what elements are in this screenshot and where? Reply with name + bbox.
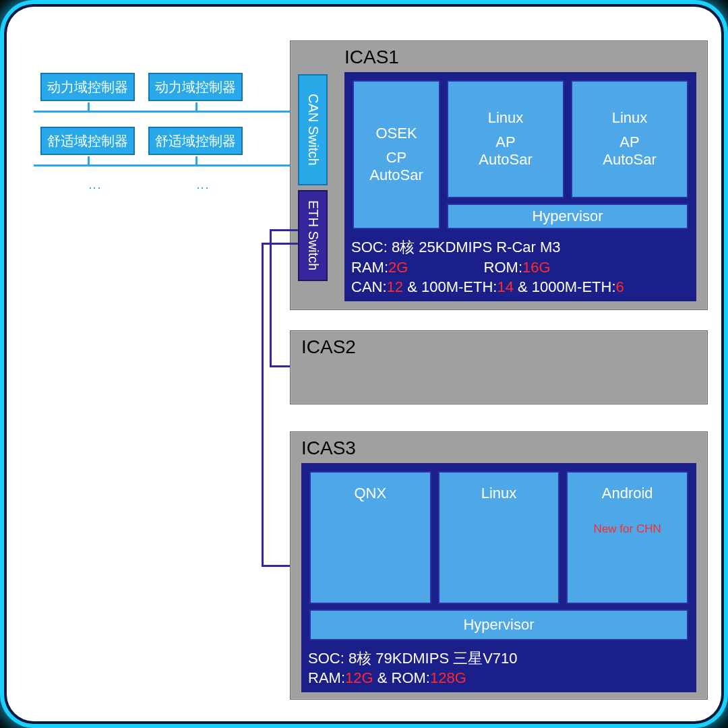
spec-sep: & 1000M-ETH: [514, 278, 616, 295]
icas3-title: ICAS3 [301, 437, 696, 459]
eth-line [262, 565, 290, 567]
icas1-linux-box-2: Linux APAutoSar [571, 80, 688, 198]
eth-line [270, 229, 272, 367]
controller-power-a: 动力域控制器 [40, 73, 135, 101]
controller-comfort-a: 舒适域控制器 [40, 127, 135, 155]
spec-rom-key: ROM: [484, 259, 522, 276]
spec-soc: SOC: 8核 25KDMIPS R-Car M3 [351, 237, 690, 257]
spec-rom-val: 128G [430, 669, 466, 686]
label: Android [602, 485, 653, 502]
label: OSEK [375, 125, 417, 142]
label: Linux [612, 109, 648, 127]
spec-1000m-val: 6 [616, 278, 624, 295]
spec-ram-val: 2G [388, 259, 408, 276]
spec-sep: & ROM: [373, 669, 430, 686]
label: CP [386, 149, 407, 166]
icas1-title: ICAS1 [344, 47, 696, 68]
label: 舒适域控制器 [47, 132, 128, 150]
spec-ram-val: 12G [345, 669, 373, 686]
icas1-hypervisor: Hypervisor [447, 204, 688, 229]
bus-tick [195, 102, 198, 111]
bus-tick [88, 156, 90, 164]
label: 动力域控制器 [155, 78, 236, 96]
bus-tick [195, 156, 198, 164]
spec-100m-val: 14 [497, 278, 513, 295]
label: 动力域控制器 [47, 78, 128, 96]
label: ETH Switch [305, 200, 321, 270]
eth-line [270, 229, 298, 231]
label: AutoSar [479, 151, 533, 168]
icas2-title: ICAS2 [301, 336, 696, 358]
label: Linux [488, 109, 524, 127]
icas3-spec: SOC: 8核 79KDMIPS 三星V710 RAM:12G & ROM:12… [301, 646, 696, 692]
icas2-module: ICAS2 [290, 330, 708, 404]
spec-soc: SOC: 8核 79KDMIPS 三星V710 [308, 648, 690, 669]
controller-comfort-b: 舒适域控制器 [148, 127, 243, 155]
icas3-module: ICAS3 QNX Linux Android New for CHN Hype… [290, 431, 708, 700]
eth-switch: ETH Switch [298, 190, 328, 281]
can-bus-line-1 [34, 111, 290, 113]
spec-can-val: 12 [387, 278, 403, 295]
eth-line [262, 243, 298, 245]
icas3-hypervisor: Hypervisor [309, 609, 688, 640]
label: AP [619, 133, 639, 150]
spec-ram-key: RAM: [308, 669, 345, 686]
icas1-linux-box-1: Linux APAutoSar [447, 80, 564, 198]
spec-ram-key: RAM: [351, 259, 388, 276]
ellipsis-icon: ⋮ [195, 182, 210, 198]
label: 舒适域控制器 [155, 132, 236, 150]
can-switch: CAN Switch [298, 74, 328, 185]
new-for-chn-label: New for CHN [594, 522, 661, 536]
spec-can-key: CAN: [351, 278, 387, 295]
label: Linux [481, 485, 517, 502]
label: AP [495, 133, 515, 150]
bus-tick [88, 102, 90, 111]
label: CAN Switch [305, 94, 321, 166]
label: QNX [354, 485, 386, 502]
eth-line [270, 365, 290, 367]
icas1-osek-box: OSEK CPAutoSar [353, 80, 440, 229]
label: AutoSar [603, 151, 657, 168]
icas3-qnx-box: QNX [309, 471, 431, 604]
icas1-module: ICAS1 OSEK CPAutoSar Linux APAutoSar [290, 40, 708, 310]
controller-power-b: 动力域控制器 [148, 73, 243, 101]
label: AutoSar [369, 166, 423, 183]
can-bus-line-2 [34, 164, 290, 166]
icas3-android-box: Android New for CHN [566, 471, 688, 604]
eth-line [262, 243, 264, 566]
spec-rom-val: 16G [522, 259, 551, 276]
icas1-spec: SOC: 8核 25KDMIPS R-Car M3 RAM:2G ROM:16G… [344, 235, 696, 301]
icas3-linux-box: Linux [438, 471, 560, 604]
spec-sep: & 100M-ETH: [403, 278, 497, 295]
ellipsis-icon: ⋮ [88, 182, 102, 198]
